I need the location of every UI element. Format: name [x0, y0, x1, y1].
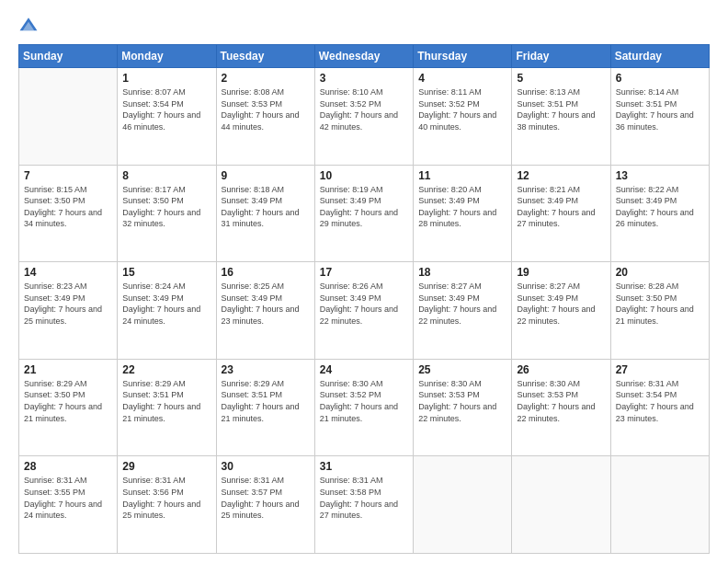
day-number: 26 [517, 363, 605, 376]
day-info: Sunrise: 8:30 AMSunset: 3:53 PMDaylight:… [418, 378, 506, 424]
day-number: 9 [222, 169, 310, 182]
day-info: Sunrise: 8:30 AMSunset: 3:53 PMDaylight:… [517, 378, 605, 424]
day-info: Sunrise: 8:25 AMSunset: 3:49 PMDaylight:… [222, 281, 310, 327]
calendar-cell: 27Sunrise: 8:31 AMSunset: 3:54 PMDayligh… [610, 359, 709, 456]
day-number: 3 [320, 72, 408, 85]
calendar-cell: 15Sunrise: 8:24 AMSunset: 3:49 PMDayligh… [118, 262, 216, 360]
day-number: 27 [616, 363, 704, 376]
calendar-header-row: SundayMondayTuesdayWednesdayThursdayFrid… [19, 45, 710, 68]
calendar-week-row: 7Sunrise: 8:15 AMSunset: 3:50 PMDaylight… [19, 165, 710, 262]
day-info: Sunrise: 8:22 AMSunset: 3:49 PMDaylight:… [616, 184, 704, 230]
day-number: 19 [517, 266, 605, 279]
calendar-cell: 10Sunrise: 8:19 AMSunset: 3:49 PMDayligh… [314, 165, 413, 262]
day-number: 23 [222, 363, 310, 376]
column-header-saturday: Saturday [610, 45, 709, 68]
day-number: 2 [222, 72, 310, 85]
calendar-cell [610, 456, 709, 554]
calendar-cell [512, 456, 610, 554]
calendar-cell: 19Sunrise: 8:27 AMSunset: 3:49 PMDayligh… [512, 262, 610, 360]
day-info: Sunrise: 8:29 AMSunset: 3:51 PMDaylight:… [122, 378, 210, 424]
day-number: 14 [24, 266, 112, 279]
day-info: Sunrise: 8:28 AMSunset: 3:50 PMDaylight:… [616, 281, 704, 327]
calendar-cell: 3Sunrise: 8:10 AMSunset: 3:52 PMDaylight… [314, 68, 413, 166]
day-info: Sunrise: 8:17 AMSunset: 3:50 PMDaylight:… [122, 184, 210, 230]
calendar-cell: 26Sunrise: 8:30 AMSunset: 3:53 PMDayligh… [512, 359, 610, 456]
calendar-cell: 5Sunrise: 8:13 AMSunset: 3:51 PMDaylight… [512, 68, 610, 166]
day-info: Sunrise: 8:11 AMSunset: 3:52 PMDaylight:… [418, 86, 506, 132]
calendar-cell: 30Sunrise: 8:31 AMSunset: 3:57 PMDayligh… [216, 456, 314, 554]
calendar-cell: 23Sunrise: 8:29 AMSunset: 3:51 PMDayligh… [216, 359, 314, 456]
day-info: Sunrise: 8:31 AMSunset: 3:55 PMDaylight:… [24, 475, 112, 521]
calendar-cell: 18Sunrise: 8:27 AMSunset: 3:49 PMDayligh… [414, 262, 512, 360]
day-info: Sunrise: 8:29 AMSunset: 3:51 PMDaylight:… [222, 378, 310, 424]
day-number: 28 [24, 460, 112, 473]
day-number: 31 [320, 460, 408, 473]
calendar-cell: 1Sunrise: 8:07 AMSunset: 3:54 PMDaylight… [118, 68, 216, 166]
calendar-cell: 6Sunrise: 8:14 AMSunset: 3:51 PMDaylight… [610, 68, 709, 166]
day-number: 15 [122, 266, 210, 279]
day-info: Sunrise: 8:31 AMSunset: 3:54 PMDaylight:… [616, 378, 704, 424]
column-header-friday: Friday [512, 45, 610, 68]
calendar-cell: 20Sunrise: 8:28 AMSunset: 3:50 PMDayligh… [610, 262, 709, 360]
day-info: Sunrise: 8:30 AMSunset: 3:52 PMDaylight:… [320, 378, 408, 424]
day-info: Sunrise: 8:21 AMSunset: 3:49 PMDaylight:… [517, 184, 605, 230]
day-info: Sunrise: 8:15 AMSunset: 3:50 PMDaylight:… [24, 184, 112, 230]
day-info: Sunrise: 8:31 AMSunset: 3:57 PMDaylight:… [222, 475, 310, 521]
calendar-cell: 16Sunrise: 8:25 AMSunset: 3:49 PMDayligh… [216, 262, 314, 360]
day-info: Sunrise: 8:27 AMSunset: 3:49 PMDaylight:… [418, 281, 506, 327]
column-header-monday: Monday [118, 45, 216, 68]
day-number: 11 [418, 169, 506, 182]
day-number: 7 [24, 169, 112, 182]
column-header-tuesday: Tuesday [216, 45, 314, 68]
day-number: 4 [418, 72, 506, 85]
calendar-cell: 22Sunrise: 8:29 AMSunset: 3:51 PMDayligh… [118, 359, 216, 456]
logo [18, 15, 42, 35]
day-info: Sunrise: 8:20 AMSunset: 3:49 PMDaylight:… [418, 184, 506, 230]
column-header-thursday: Thursday [414, 45, 512, 68]
calendar-cell: 7Sunrise: 8:15 AMSunset: 3:50 PMDaylight… [19, 165, 118, 262]
calendar-week-row: 28Sunrise: 8:31 AMSunset: 3:55 PMDayligh… [19, 456, 710, 554]
calendar-table: SundayMondayTuesdayWednesdayThursdayFrid… [18, 44, 710, 554]
day-info: Sunrise: 8:23 AMSunset: 3:49 PMDaylight:… [24, 281, 112, 327]
calendar-cell: 2Sunrise: 8:08 AMSunset: 3:53 PMDaylight… [216, 68, 314, 166]
calendar-cell: 31Sunrise: 8:31 AMSunset: 3:58 PMDayligh… [314, 456, 413, 554]
day-number: 6 [616, 72, 704, 85]
day-info: Sunrise: 8:08 AMSunset: 3:53 PMDaylight:… [222, 86, 310, 132]
calendar-cell [414, 456, 512, 554]
day-info: Sunrise: 8:26 AMSunset: 3:49 PMDaylight:… [320, 281, 408, 327]
calendar-cell: 8Sunrise: 8:17 AMSunset: 3:50 PMDaylight… [118, 165, 216, 262]
day-number: 8 [122, 169, 210, 182]
calendar-cell: 17Sunrise: 8:26 AMSunset: 3:49 PMDayligh… [314, 262, 413, 360]
day-number: 13 [616, 169, 704, 182]
day-info: Sunrise: 8:13 AMSunset: 3:51 PMDaylight:… [517, 86, 605, 132]
day-number: 10 [320, 169, 408, 182]
logo-icon [18, 15, 39, 35]
calendar-week-row: 14Sunrise: 8:23 AMSunset: 3:49 PMDayligh… [19, 262, 710, 360]
calendar-week-row: 1Sunrise: 8:07 AMSunset: 3:54 PMDaylight… [19, 68, 710, 166]
day-info: Sunrise: 8:14 AMSunset: 3:51 PMDaylight:… [616, 86, 704, 132]
day-number: 20 [616, 266, 704, 279]
day-number: 22 [122, 363, 210, 376]
column-header-sunday: Sunday [19, 45, 118, 68]
calendar-cell: 11Sunrise: 8:20 AMSunset: 3:49 PMDayligh… [414, 165, 512, 262]
page: SundayMondayTuesdayWednesdayThursdayFrid… [0, 0, 728, 563]
day-number: 5 [517, 72, 605, 85]
day-number: 24 [320, 363, 408, 376]
day-info: Sunrise: 8:18 AMSunset: 3:49 PMDaylight:… [222, 184, 310, 230]
calendar-cell [19, 68, 118, 166]
calendar-cell: 12Sunrise: 8:21 AMSunset: 3:49 PMDayligh… [512, 165, 610, 262]
day-info: Sunrise: 8:19 AMSunset: 3:49 PMDaylight:… [320, 184, 408, 230]
day-number: 21 [24, 363, 112, 376]
day-info: Sunrise: 8:27 AMSunset: 3:49 PMDaylight:… [517, 281, 605, 327]
calendar-cell: 28Sunrise: 8:31 AMSunset: 3:55 PMDayligh… [19, 456, 118, 554]
calendar-cell: 13Sunrise: 8:22 AMSunset: 3:49 PMDayligh… [610, 165, 709, 262]
calendar-cell: 4Sunrise: 8:11 AMSunset: 3:52 PMDaylight… [414, 68, 512, 166]
day-info: Sunrise: 8:31 AMSunset: 3:56 PMDaylight:… [122, 475, 210, 521]
calendar-cell: 25Sunrise: 8:30 AMSunset: 3:53 PMDayligh… [414, 359, 512, 456]
day-info: Sunrise: 8:24 AMSunset: 3:49 PMDaylight:… [122, 281, 210, 327]
calendar-cell: 14Sunrise: 8:23 AMSunset: 3:49 PMDayligh… [19, 262, 118, 360]
calendar-cell: 21Sunrise: 8:29 AMSunset: 3:50 PMDayligh… [19, 359, 118, 456]
day-info: Sunrise: 8:29 AMSunset: 3:50 PMDaylight:… [24, 378, 112, 424]
day-number: 18 [418, 266, 506, 279]
day-number: 17 [320, 266, 408, 279]
